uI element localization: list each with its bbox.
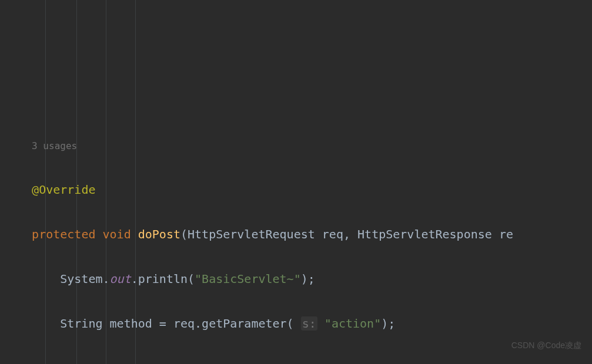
blank-line <box>18 357 592 364</box>
usages-hint: 3 usages <box>18 134 592 156</box>
sysout-line-1: System.out.println("BasicServlet~"); <box>18 268 592 290</box>
string-method-line: String method = req.getParameter( s: "ac… <box>18 312 592 335</box>
method-signature: protected void doPost(HttpServletRequest… <box>18 223 592 245</box>
code-editor[interactable]: 3 usages @Override protected void doPost… <box>18 0 592 364</box>
annotation-line: @Override <box>18 178 592 201</box>
